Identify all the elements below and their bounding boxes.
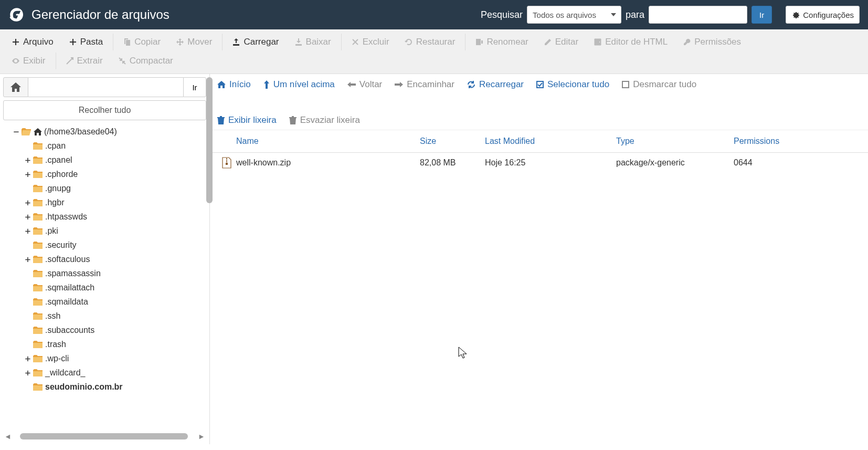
delete-button[interactable]: Excluir <box>344 33 397 51</box>
reload-icon <box>467 80 475 89</box>
rename-button[interactable]: Renomear <box>468 33 536 51</box>
expand-icon[interactable]: + <box>24 170 31 179</box>
tree-item[interactable]: +.wp-cli <box>3 351 206 365</box>
col-name[interactable]: Name <box>236 137 420 146</box>
main-toolbar: Arquivo Pasta Copiar Mover Carregar Baix… <box>0 29 868 74</box>
file-button[interactable]: Arquivo <box>4 33 61 51</box>
html-editor-button[interactable]: Editor de HTML <box>586 33 675 51</box>
tree-item[interactable]: .cpan <box>3 139 206 153</box>
tree-item[interactable]: .security <box>3 238 206 252</box>
tree-item-label: .trash <box>45 340 66 349</box>
tree-item[interactable]: +.cpanel <box>3 153 206 167</box>
tree-item-label: .spamassassin <box>45 269 101 278</box>
arrow-up-icon <box>263 80 270 89</box>
tree-item[interactable]: +_wildcard_ <box>3 365 206 380</box>
home-button[interactable] <box>3 77 28 97</box>
search-input[interactable] <box>649 6 747 24</box>
edit-button[interactable]: Editar <box>536 33 586 51</box>
tree-item[interactable]: .subaccounts <box>3 323 206 337</box>
path-go-button[interactable]: Ir <box>183 77 206 97</box>
scroll-right-icon[interactable]: ► <box>197 432 206 441</box>
tree-item-label: .softaculous <box>45 255 90 264</box>
path-input[interactable] <box>28 77 183 97</box>
expand-icon[interactable]: + <box>24 155 31 165</box>
tree-item[interactable]: +.softaculous <box>3 252 206 266</box>
folder-icon <box>33 341 43 348</box>
expand-icon[interactable]: + <box>24 368 31 378</box>
extract-icon <box>66 57 74 65</box>
cpanel-logo-icon <box>8 6 25 23</box>
file-row[interactable]: well-known.zip82,08 MBHoje 16:25package/… <box>210 153 868 173</box>
back-action[interactable]: Voltar <box>347 79 382 90</box>
permissions-button[interactable]: Permissões <box>675 33 749 51</box>
up-level-action[interactable]: Um nível acima <box>263 79 335 90</box>
tree-item[interactable]: .trash <box>3 337 206 351</box>
unselect-all-action[interactable]: Desmarcar tudo <box>622 79 696 90</box>
tree-item[interactable]: .gnupg <box>3 181 206 195</box>
check-square-icon <box>536 81 544 88</box>
restore-button[interactable]: Restaurar <box>397 33 463 51</box>
copy-button[interactable]: Copiar <box>115 33 168 51</box>
folder-tree: − (/home3/basede04) .cpan+.cpanel+.cphor… <box>3 124 206 430</box>
collapse-icon[interactable]: − <box>13 127 20 137</box>
tree-item-label: .cpan <box>45 141 66 151</box>
sidebar-hscrollbar[interactable]: ◄ ► <box>3 432 206 441</box>
search-scope-select[interactable]: Todos os arquivos <box>527 6 621 24</box>
tree-item-label: .ssh <box>45 311 60 321</box>
select-all-action[interactable]: Selecionar tudo <box>536 79 609 90</box>
tree-item[interactable]: .sqmaildata <box>3 295 206 309</box>
scroll-left-icon[interactable]: ◄ <box>3 432 13 441</box>
move-button[interactable]: Mover <box>168 33 220 51</box>
path-bar: Ir <box>3 77 206 97</box>
tree-item[interactable]: .sqmailattach <box>3 280 206 295</box>
reload-action[interactable]: Recarregar <box>467 79 524 90</box>
tree-item[interactable]: +.cphorde <box>3 167 206 181</box>
col-type[interactable]: Type <box>616 137 734 146</box>
col-modified[interactable]: Last Modified <box>485 137 616 146</box>
folder-button[interactable]: Pasta <box>61 33 111 51</box>
tree-item-label: .security <box>45 240 77 250</box>
folder-icon <box>33 156 43 164</box>
tree-item[interactable]: .spamassassin <box>3 266 206 280</box>
folder-icon <box>33 256 43 263</box>
col-permissions[interactable]: Permissions <box>734 137 868 146</box>
collapse-all-button[interactable]: Recolher tudo <box>3 100 206 120</box>
tree-item[interactable]: .ssh <box>3 309 206 323</box>
forward-action[interactable]: Encaminhar <box>395 79 454 90</box>
restore-icon <box>405 38 413 46</box>
folder-icon <box>33 270 43 277</box>
extract-button[interactable]: Extrair <box>58 51 111 70</box>
search-go-button[interactable]: Ir <box>751 6 772 24</box>
arrow-left-icon <box>347 81 356 88</box>
expand-icon[interactable]: + <box>24 354 31 363</box>
tree-item-label: _wildcard_ <box>45 368 85 378</box>
folder-icon <box>33 312 43 320</box>
tree-item[interactable]: +.htpasswds <box>3 210 206 224</box>
tree-item[interactable]: seudominio.com.br <box>3 380 206 394</box>
tree-root[interactable]: − (/home3/basede04) <box>3 124 206 139</box>
folder-icon <box>33 284 43 291</box>
search-label: Pesquisar <box>481 9 523 20</box>
file-name: well-known.zip <box>236 158 420 168</box>
tree-item[interactable]: +.hgbr <box>3 195 206 210</box>
settings-button[interactable]: Configurações <box>786 6 860 24</box>
download-button[interactable]: Baixar <box>287 33 339 51</box>
app-header: Gerenciador de arquivos Pesquisar Todos … <box>0 0 868 29</box>
empty-trash-action[interactable]: Esvaziar lixeira <box>289 115 360 125</box>
home-action[interactable]: Início <box>217 79 251 90</box>
expand-icon[interactable]: + <box>24 255 31 264</box>
sidebar-scrollbar[interactable] <box>205 77 213 203</box>
tree-root-label: (/home3/basede04) <box>44 127 117 137</box>
upload-button[interactable]: Carregar <box>225 33 287 51</box>
expand-icon[interactable]: + <box>24 198 31 207</box>
expand-icon[interactable]: + <box>24 212 31 222</box>
view-button[interactable]: Exibir <box>4 51 54 70</box>
compress-button[interactable]: Compactar <box>111 51 181 70</box>
folder-icon <box>33 213 43 221</box>
expand-icon[interactable]: + <box>24 226 31 236</box>
logo-group: Gerenciador de arquivos <box>8 6 170 23</box>
folder-icon <box>33 227 43 235</box>
view-trash-action[interactable]: Exibir lixeira <box>217 115 277 125</box>
col-size[interactable]: Size <box>420 137 485 146</box>
tree-item[interactable]: +.pki <box>3 224 206 238</box>
